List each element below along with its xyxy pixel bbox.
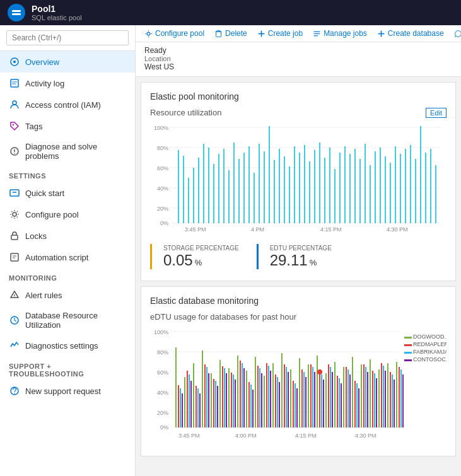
delete-button[interactable]: Delete bbox=[214, 29, 247, 38]
svg-text:4:15 PM: 4:15 PM bbox=[295, 432, 317, 439]
search-box[interactable] bbox=[0, 25, 135, 51]
sidebar-item-quickstart[interactable]: Quick start bbox=[0, 182, 135, 204]
toolbar: Configure pool Delete Create job Manage … bbox=[136, 25, 461, 42]
sidebar-item-db-resource[interactable]: Database Resource Utilization bbox=[0, 306, 135, 335]
svg-point-14 bbox=[13, 212, 16, 216]
edtu-metric-content: EDTU PERCENTAGE 29.11 % bbox=[270, 245, 332, 269]
sidebar-item-overview[interactable]: Overview bbox=[0, 51, 135, 73]
svg-text:REDMAPLER...: REDMAPLER... bbox=[413, 341, 446, 347]
svg-text:4:30 PM: 4:30 PM bbox=[355, 432, 376, 439]
quickstart-icon bbox=[9, 187, 20, 199]
svg-text:4 PM: 4 PM bbox=[251, 226, 264, 233]
sidebar-label-locks: Locks bbox=[25, 231, 47, 241]
iam-icon bbox=[9, 99, 20, 110]
monitoring-section-header: MONITORING bbox=[0, 268, 135, 284]
sidebar-label-quickstart: Quick start bbox=[25, 189, 64, 198]
svg-point-8 bbox=[13, 124, 14, 125]
svg-rect-0 bbox=[12, 10, 21, 12]
sidebar-item-tags[interactable]: Tags bbox=[0, 115, 135, 137]
overview-icon bbox=[9, 56, 20, 67]
edit-button[interactable]: Edit bbox=[426, 108, 446, 118]
resource-name: Pool1 bbox=[32, 4, 82, 15]
svg-rect-12 bbox=[10, 190, 19, 196]
support-section-header: SUPPORT + TROUBLESHOOTING bbox=[0, 356, 135, 380]
header-title-block: Pool1 SQL elastic pool bbox=[32, 4, 82, 22]
svg-rect-224 bbox=[404, 344, 412, 346]
pool-icon bbox=[8, 4, 25, 21]
sidebar-label-diagnostics: Diagnostics settings bbox=[25, 341, 98, 351]
svg-text:CONTOSOC...: CONTOSOC... bbox=[413, 356, 446, 363]
sidebar-item-configure-pool[interactable]: Configure pool bbox=[0, 204, 135, 225]
storage-metric: STORAGE PERCENTAGE 0.05 % bbox=[150, 241, 247, 272]
sidebar-item-support[interactable]: New support request bbox=[0, 380, 135, 402]
svg-text:80%: 80% bbox=[157, 145, 168, 151]
storage-color-bar bbox=[150, 244, 152, 269]
svg-text:4:30 PM: 4:30 PM bbox=[387, 226, 408, 233]
alert-icon bbox=[9, 289, 20, 301]
edtu-unit: % bbox=[310, 258, 317, 267]
sidebar-label-tags: Tags bbox=[25, 122, 42, 131]
search-input[interactable] bbox=[6, 30, 129, 45]
svg-point-23 bbox=[14, 393, 15, 394]
manage-jobs-button[interactable]: Manage jobs bbox=[313, 29, 367, 38]
edtu-metric: EDTU PERCENTAGE 29.11 % bbox=[257, 241, 339, 272]
sidebar-item-activity-log[interactable]: Activity log bbox=[0, 73, 135, 94]
svg-text:3:45 PM: 3:45 PM bbox=[185, 226, 206, 233]
edtu-label: EDTU PERCENTAGE bbox=[270, 245, 332, 252]
svg-rect-222 bbox=[404, 337, 412, 339]
status-bar: Ready Location West US bbox=[136, 42, 461, 77]
svg-point-160 bbox=[317, 369, 322, 374]
svg-text:20%: 20% bbox=[157, 206, 168, 212]
diagnose-icon bbox=[9, 146, 20, 157]
svg-text:60%: 60% bbox=[157, 165, 168, 171]
status-ready: Ready bbox=[144, 46, 452, 55]
edtu-color-bar bbox=[257, 244, 259, 269]
metrics-row: STORAGE PERCENTAGE 0.05 % EDTU PERCENTAG… bbox=[150, 241, 446, 272]
sidebar-item-diagnose[interactable]: Diagnose and solve problems bbox=[0, 137, 135, 166]
svg-text:DOGWOOD...: DOGWOOD... bbox=[413, 334, 446, 340]
create-database-button[interactable]: Create database bbox=[377, 29, 444, 38]
storage-unit: % bbox=[195, 258, 202, 267]
sidebar-label-iam: Access control (IAM) bbox=[25, 100, 101, 110]
sidebar-item-diagnostics[interactable]: Diagnostics settings bbox=[0, 335, 135, 356]
sidebar-label-db-resource: Database Resource Utilization bbox=[25, 311, 126, 330]
locks-icon bbox=[9, 230, 20, 241]
elastic-section-title: Elastic database monitoring bbox=[150, 296, 446, 306]
sidebar-label-activity-log: Activity log bbox=[25, 79, 64, 88]
sidebar-label-overview: Overview bbox=[25, 57, 59, 67]
svg-text:40%: 40% bbox=[157, 185, 168, 192]
sidebar-label-diagnose: Diagnose and solve problems bbox=[25, 142, 126, 161]
configure-pool-button[interactable]: Configure pool bbox=[144, 29, 204, 38]
svg-text:4:00 PM: 4:00 PM bbox=[235, 432, 257, 439]
svg-text:80%: 80% bbox=[157, 349, 168, 356]
svg-rect-1 bbox=[12, 13, 21, 15]
sidebar-item-alert-rules[interactable]: Alert rules bbox=[0, 284, 135, 306]
sidebar-item-locks[interactable]: Locks bbox=[0, 225, 135, 247]
sidebar-item-iam[interactable]: Access control (IAM) bbox=[0, 94, 135, 115]
sidebar: Overview Activity log Access control (IA… bbox=[0, 25, 136, 476]
main-layout: Overview Activity log Access control (IA… bbox=[0, 25, 461, 476]
edtu-value: 29.11 bbox=[270, 252, 308, 269]
resource-type: SQL elastic pool bbox=[32, 14, 82, 21]
app-header: Pool1 SQL elastic pool bbox=[0, 0, 461, 25]
resource-utilization-chart: 100% 80% 60% 40% 20% 0% bbox=[150, 121, 446, 235]
configure-icon bbox=[9, 209, 20, 220]
svg-text:4:15 PM: 4:15 PM bbox=[320, 226, 342, 233]
svg-rect-228 bbox=[404, 359, 412, 361]
svg-point-24 bbox=[147, 32, 150, 35]
resource-chart-wrapper: Resource utilization Edit 100% 80% 60% 4… bbox=[150, 108, 446, 272]
svg-text:0%: 0% bbox=[160, 424, 168, 431]
create-job-button[interactable]: Create job bbox=[257, 29, 303, 38]
support-icon bbox=[9, 385, 20, 397]
edtu-chart-wrapper: 100% 80% 60% 40% 20% 0% bbox=[150, 325, 446, 447]
svg-rect-25 bbox=[216, 32, 221, 37]
dbresource-icon bbox=[9, 315, 20, 326]
svg-point-3 bbox=[13, 61, 16, 63]
svg-text:FABRIKAMJA...: FABRIKAMJA... bbox=[413, 349, 446, 355]
sidebar-item-automation[interactable]: Automation script bbox=[0, 247, 135, 268]
edtu-chart: 100% 80% 60% 40% 20% 0% bbox=[150, 325, 446, 445]
storage-label: STORAGE PERCENTAGE bbox=[163, 245, 239, 252]
resource-chart-title: Resource utilization bbox=[150, 108, 446, 117]
feed-button[interactable]: Feed bbox=[454, 29, 461, 38]
svg-point-11 bbox=[14, 153, 15, 154]
